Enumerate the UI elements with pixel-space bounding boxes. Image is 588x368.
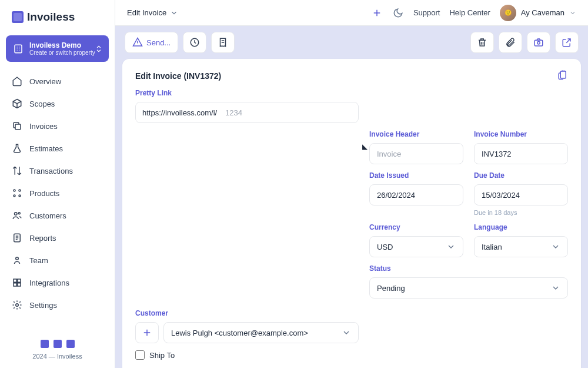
- breadcrumb[interactable]: Edit Invoice: [127, 8, 178, 17]
- chevron-down-icon: [342, 328, 351, 337]
- attach-button[interactable]: [499, 32, 522, 53]
- nav-label: Reports: [29, 234, 56, 243]
- facebook-icon[interactable]: [54, 340, 62, 348]
- delete-button[interactable]: [470, 32, 494, 53]
- team-icon: [12, 255, 22, 266]
- alert-icon: [132, 37, 143, 48]
- breadcrumb-label: Edit Invoice: [127, 8, 166, 17]
- history-button[interactable]: [183, 32, 206, 53]
- grid-icon: [12, 188, 22, 198]
- nav-label: Estimates: [29, 144, 63, 153]
- add-customer-button[interactable]: [135, 322, 159, 343]
- nav-label: Customers: [29, 211, 66, 220]
- svg-point-2: [14, 190, 15, 191]
- svg-point-4: [14, 195, 15, 197]
- theme-toggle[interactable]: [392, 7, 404, 19]
- invoice-number-label: Invoice Number: [474, 130, 568, 138]
- topbar: Edit Invoice Support Help Center 🙂 Ay Ca…: [115, 0, 588, 26]
- switcher-subtitle: Create or switch property: [29, 49, 95, 56]
- due-date-input[interactable]: [474, 184, 568, 205]
- chevron-down-icon: [569, 9, 576, 16]
- receipt-button[interactable]: [211, 32, 235, 53]
- svg-rect-13: [18, 283, 21, 286]
- ship-to-row[interactable]: Ship To: [135, 350, 568, 360]
- svg-point-5: [19, 195, 21, 197]
- nav-label: Overview: [29, 77, 61, 86]
- plus-icon: [142, 327, 152, 338]
- user-name: Ay Caveman: [521, 8, 564, 17]
- svg-rect-10: [14, 279, 16, 282]
- chevron-down-icon: [170, 9, 178, 17]
- duplicate-button[interactable]: [527, 32, 550, 53]
- switcher-title: Invoiless Demo: [29, 41, 95, 49]
- date-issued-input[interactable]: [369, 184, 463, 205]
- copy-link-button[interactable]: [557, 69, 568, 82]
- support-link[interactable]: Support: [413, 8, 440, 17]
- nav-team[interactable]: Team: [5, 249, 110, 271]
- status-select[interactable]: Pending: [369, 277, 568, 299]
- edit-invoice-card: ◣ Edit Invoice (INV1372) Pretty Link htt…: [122, 59, 581, 368]
- currency-label: Currency: [369, 223, 463, 231]
- nav-customers[interactable]: Customers: [5, 204, 110, 227]
- nav-integrations[interactable]: Integrations: [5, 271, 110, 294]
- svg-rect-12: [14, 283, 16, 286]
- help-link[interactable]: Help Center: [449, 8, 490, 17]
- nav-settings[interactable]: Settings: [5, 294, 110, 316]
- nav-estimates[interactable]: Estimates: [5, 137, 110, 160]
- nav-reports[interactable]: Reports: [5, 227, 110, 249]
- linkedin-icon[interactable]: [66, 340, 75, 348]
- copy-icon: [12, 121, 22, 131]
- copyright: 2024 — Invoiless: [0, 353, 115, 360]
- svg-point-6: [15, 213, 18, 216]
- nav-label: Team: [29, 256, 48, 265]
- external-link-icon: [562, 37, 572, 48]
- paperclip-icon: [505, 37, 516, 48]
- pretty-link-label: Pretty Link: [135, 89, 359, 97]
- nav-products[interactable]: Products: [5, 182, 110, 204]
- user-menu[interactable]: 🙂 Ay Caveman: [500, 5, 576, 21]
- building-icon: [13, 44, 24, 54]
- plus-icon: [372, 8, 382, 18]
- nav-transactions[interactable]: Transactions: [5, 160, 110, 182]
- send-button[interactable]: Send...: [125, 32, 178, 53]
- language-select[interactable]: Italian: [474, 236, 568, 257]
- currency-select[interactable]: USD: [369, 236, 463, 257]
- pretty-link-input[interactable]: [135, 102, 359, 123]
- arrows-icon: [12, 165, 22, 176]
- property-switcher[interactable]: Invoiless Demo Create or switch property: [6, 35, 109, 62]
- chevron-updown-icon: [95, 45, 103, 53]
- sidebar: Invoiless Invoiless Demo Create or switc…: [0, 0, 115, 368]
- ship-to-checkbox[interactable]: [135, 350, 145, 360]
- invoice-header-label: Invoice Header: [369, 130, 463, 138]
- status-value: Pending: [377, 284, 405, 293]
- invoice-number-input[interactable]: [474, 143, 568, 164]
- language-label: Language: [474, 223, 568, 231]
- file-icon: [12, 233, 22, 243]
- add-button[interactable]: [371, 7, 383, 19]
- card-title: Edit Invoice (INV1372): [135, 71, 221, 81]
- nav-overview[interactable]: Overview: [5, 70, 110, 92]
- customer-label: Customer: [135, 309, 568, 317]
- date-issued-label: Date Issued: [369, 171, 463, 180]
- users-icon: [12, 210, 22, 221]
- customer-select[interactable]: Lewis Pulgh <customer@example.com>: [163, 322, 359, 343]
- twitter-icon[interactable]: [41, 340, 49, 348]
- open-button[interactable]: [555, 32, 579, 53]
- send-label: Send...: [146, 38, 171, 47]
- home-icon: [12, 76, 22, 87]
- svg-rect-1: [15, 124, 21, 130]
- logo[interactable]: Invoiless: [0, 0, 115, 32]
- nav-label: Transactions: [29, 167, 73, 175]
- svg-rect-16: [534, 40, 543, 46]
- receipt-icon: [218, 37, 228, 48]
- nav-label: Settings: [29, 301, 57, 310]
- nav-scopes[interactable]: Scopes: [5, 92, 110, 115]
- box-icon: [12, 98, 22, 109]
- language-value: Italian: [482, 243, 502, 251]
- gear-icon: [12, 300, 22, 310]
- svg-point-7: [18, 213, 20, 214]
- clock-icon: [189, 37, 200, 48]
- nav-invoices[interactable]: Invoices: [5, 115, 110, 137]
- invoice-header-input[interactable]: [369, 143, 463, 164]
- status-label: Status: [369, 264, 568, 273]
